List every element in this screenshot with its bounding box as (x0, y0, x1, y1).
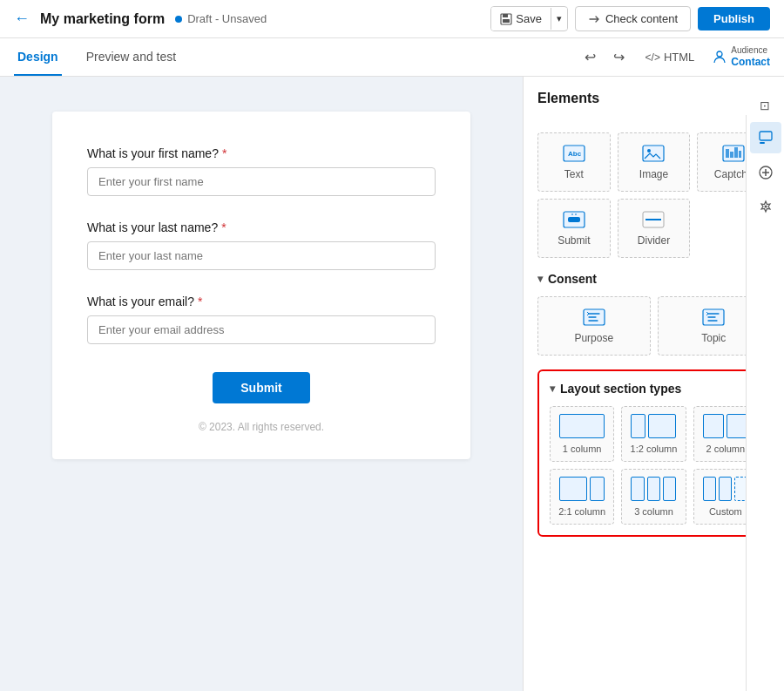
svg-rect-22 (760, 142, 765, 144)
save-dropdown: Save ▾ (490, 6, 568, 31)
consent-grid: Purpose Topic (537, 296, 770, 356)
topic-element-icon (701, 308, 726, 327)
element-purpose[interactable]: Purpose (537, 296, 651, 356)
sidebar-add-button[interactable] (750, 157, 781, 188)
svg-rect-11 (734, 147, 738, 158)
svg-rect-14 (568, 217, 580, 222)
redo-button[interactable]: ↪ (610, 45, 628, 69)
col-box-narrow (631, 414, 645, 438)
toolbar-icons: ↩ ↪ </> HTML Audience Contact (581, 45, 770, 69)
audience-selector[interactable]: Audience Contact (712, 45, 770, 68)
sidebar-settings-button[interactable] (750, 192, 781, 223)
element-topic-label: Topic (701, 332, 726, 344)
check-icon (588, 13, 600, 25)
sidebar-elements-button[interactable] (750, 122, 781, 153)
custom-preview (703, 477, 748, 501)
svg-rect-12 (739, 151, 741, 158)
status-dot (175, 16, 182, 23)
layout-chevron: ▾ (550, 383, 555, 395)
settings-sidebar-icon (758, 200, 774, 215)
email-field: What is your email? * (87, 295, 436, 344)
audience-value: Contact (731, 56, 770, 68)
col-box-wide (648, 414, 676, 438)
layout-3col-label: 3 column (634, 506, 673, 517)
first-name-field: What is your first name? * (87, 146, 436, 196)
check-content-label: Check content (605, 12, 678, 25)
col-box-d (703, 477, 716, 501)
svg-point-26 (764, 206, 767, 208)
save-button[interactable]: Save (491, 7, 551, 30)
submit-button[interactable]: Submit (213, 372, 309, 403)
svg-point-7 (647, 149, 651, 152)
layout-21col[interactable]: 2:1 column (550, 469, 614, 525)
publish-label: Publish (713, 12, 754, 25)
svg-rect-1 (503, 14, 508, 17)
2col-preview (703, 414, 748, 438)
layout-2col-label: 2 column (706, 444, 746, 454)
captcha-element-icon (721, 144, 746, 163)
divider-element-icon (641, 210, 666, 229)
layout-1col-label: 1 column (563, 444, 602, 454)
last-name-field: What is your last name? * (87, 220, 436, 270)
first-name-input[interactable] (87, 167, 436, 196)
html-button[interactable]: </> HTML (639, 47, 702, 67)
header-actions: Save ▾ Check content Publish (490, 6, 770, 31)
undo-button[interactable]: ↩ (581, 45, 599, 69)
email-input[interactable] (87, 315, 436, 344)
element-divider-label: Divider (638, 234, 670, 247)
submit-element-icon (562, 210, 586, 229)
element-submit-label: Submit (558, 234, 590, 247)
first-name-label: What is your first name? * (87, 146, 436, 160)
check-content-button[interactable]: Check content (575, 6, 691, 31)
panel-expand-button[interactable]: ⊡ (760, 98, 770, 112)
1col-preview (559, 414, 605, 438)
back-button[interactable]: ← (14, 10, 30, 28)
element-image-label: Image (639, 168, 668, 180)
main-content: What is your first name? * What is your … (0, 77, 784, 691)
draft-status: Draft - Unsaved (175, 12, 267, 25)
layout-section-header[interactable]: ▾ Layout section types (550, 382, 758, 396)
layout-12col[interactable]: 1:2 column (621, 406, 686, 462)
svg-text:Abc: Abc (568, 150, 582, 158)
layout-3col[interactable]: 3 column (621, 469, 686, 525)
element-purpose-label: Purpose (574, 332, 613, 344)
save-icon (500, 13, 512, 25)
toolbar: Design Preview and test ↩ ↪ </> HTML Aud… (0, 38, 784, 77)
consent-section-header[interactable]: ▾ Consent (537, 272, 770, 286)
publish-button[interactable]: Publish (698, 7, 770, 30)
svg-rect-2 (503, 19, 510, 23)
audience-icon (712, 49, 727, 64)
last-name-input[interactable] (87, 241, 436, 270)
element-image[interactable]: Image (618, 132, 691, 192)
svg-rect-10 (730, 152, 733, 158)
element-divider[interactable]: Divider (618, 199, 691, 258)
elements-panel: Elements ⊡ Abc Text Image (523, 77, 784, 691)
svg-rect-6 (643, 146, 664, 161)
col-box-b (647, 477, 660, 501)
tab-design[interactable]: Design (14, 39, 62, 76)
submit-container: Submit (87, 372, 436, 403)
last-name-label: What is your last name? * (87, 220, 436, 234)
layout-section-label: Layout section types (560, 382, 681, 396)
elements-sidebar-icon (758, 130, 774, 146)
element-submit[interactable]: Submit (537, 199, 611, 258)
form-footer: © 2023. All rights reserved. (87, 421, 436, 433)
elements-grid: Abc Text Image (537, 132, 770, 258)
element-text[interactable]: Abc Text (537, 132, 611, 192)
consent-section-label: Consent (548, 272, 597, 286)
status-text: Draft - Unsaved (187, 12, 267, 25)
element-text-label: Text (564, 168, 584, 180)
required-star-1: * (222, 146, 226, 160)
audience-label: Audience (731, 45, 770, 56)
save-arrow-button[interactable]: ▾ (551, 8, 567, 30)
col-box-1 (703, 414, 725, 438)
required-star-3: * (198, 295, 202, 308)
col-box-e (719, 477, 732, 501)
save-label: Save (516, 12, 542, 25)
col-box-narrow-2 (590, 477, 605, 501)
form-canvas: What is your first name? * What is your … (0, 77, 523, 691)
layout-1col[interactable]: 1 column (550, 406, 614, 462)
layout-12col-label: 1:2 column (631, 444, 678, 454)
svg-rect-21 (760, 132, 772, 140)
tab-preview[interactable]: Preview and test (83, 39, 180, 76)
